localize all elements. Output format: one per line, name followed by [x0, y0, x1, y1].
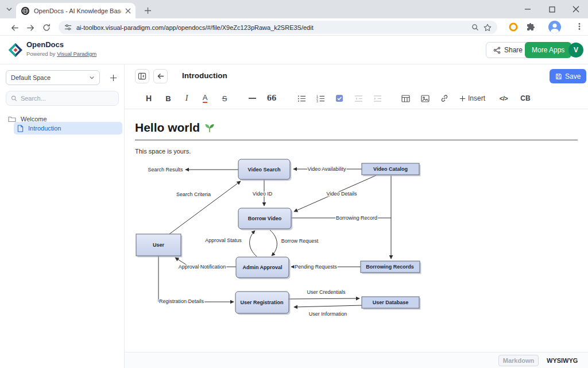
markdown-mode-button[interactable]: Markdown — [498, 355, 539, 366]
close-window-button[interactable] — [564, 0, 588, 18]
extension-orange-icon[interactable] — [509, 22, 518, 32]
horizontal-rule-button[interactable] — [245, 91, 259, 105]
plus-icon — [144, 7, 152, 14]
space-selector-value: Default Space — [11, 74, 51, 81]
browser-menu-button[interactable] — [575, 22, 583, 30]
forward-button[interactable] — [24, 21, 37, 34]
horizontal-rule-icon — [249, 98, 256, 99]
page-title: Introduction — [182, 71, 227, 80]
editor-pane: Introduction Save H B I A S 66 123 — [125, 64, 588, 368]
reload-button[interactable] — [40, 21, 53, 34]
numbered-list-button[interactable]: 123 — [314, 91, 327, 105]
url-text[interactable]: ai-toolbox.visual-paradigm.com/app/opend… — [76, 24, 467, 31]
node-label: User Registration — [240, 300, 283, 305]
edge-label: Video Details — [327, 191, 357, 197]
outdent-button[interactable] — [351, 91, 365, 105]
heading-button[interactable]: H — [142, 91, 156, 105]
browser-window: OpenDocs - AI Knowledge Base — [0, 0, 588, 368]
browser-profile-avatar[interactable] — [548, 20, 562, 34]
save-icon — [555, 73, 562, 80]
image-button[interactable] — [418, 91, 432, 105]
image-icon — [421, 95, 430, 102]
strikethrough-button[interactable]: S — [218, 91, 231, 105]
table-button[interactable] — [399, 91, 412, 105]
document-content[interactable]: Hello world This space is yours. — [125, 109, 588, 352]
editor-statusbar: Markdown WYSIWYG — [125, 352, 588, 368]
user-avatar[interactable]: V — [568, 43, 583, 57]
bullet-list-button[interactable] — [295, 91, 308, 105]
node-label: Admin Approval — [242, 264, 282, 270]
task-list-button[interactable] — [332, 91, 346, 105]
new-tab-button[interactable] — [141, 4, 154, 17]
node-user: User — [136, 234, 183, 258]
inline-code-button[interactable]: </> — [497, 91, 510, 105]
sidebar-item-introduction[interactable]: Introduction — [14, 122, 122, 135]
window-controls — [516, 0, 588, 18]
minimize-icon — [524, 6, 531, 13]
edge-label: Approval Notification — [179, 264, 226, 270]
sidebar-search[interactable] — [6, 91, 119, 106]
edge-user-credentials — [289, 298, 359, 299]
heading-divider — [135, 140, 578, 140]
edge-label: Borrowing Record — [336, 215, 377, 221]
save-button[interactable]: Save — [550, 69, 586, 83]
space-selector[interactable]: Default Space — [6, 70, 100, 85]
tab-strip: OpenDocs - AI Knowledge Base — [0, 0, 588, 18]
link-icon — [440, 94, 448, 102]
arrow-left-icon — [156, 72, 165, 80]
edge-label: Borrow Request — [281, 238, 319, 244]
browser-tab[interactable]: OpenDocs - AI Knowledge Base — [16, 3, 136, 18]
search-icon — [11, 95, 17, 102]
link-button[interactable] — [438, 91, 451, 105]
save-label: Save — [565, 72, 581, 80]
tab-search-button[interactable] — [3, 3, 15, 15]
close-icon — [125, 8, 131, 14]
edge-label: User Credentials — [307, 289, 346, 295]
edge-label: Pending Requests — [295, 264, 337, 270]
node-admin-approval: Admin Approval — [236, 257, 291, 279]
back-button[interactable] — [8, 21, 21, 34]
bold-button[interactable]: B — [161, 91, 175, 105]
more-apps-button[interactable]: More Apps — [525, 42, 571, 58]
doc-back-button[interactable] — [153, 69, 168, 83]
tab-favicon-globe-icon — [21, 6, 30, 16]
table-icon — [401, 95, 410, 102]
collapse-sidebar-button[interactable] — [135, 69, 149, 83]
maximize-button[interactable] — [540, 0, 564, 18]
font-color-button[interactable]: A — [198, 91, 212, 105]
tab-title: OpenDocs - AI Knowledge Base — [34, 7, 121, 14]
embedded-diagram[interactable]: Video Search Video Catalog Borrow Video — [135, 158, 578, 325]
bookmark-star-icon[interactable] — [483, 24, 492, 32]
node-label: User — [153, 242, 165, 248]
extensions-puzzle-icon[interactable] — [526, 22, 535, 32]
address-bar[interactable]: ai-toolbox.visual-paradigm.com/app/opend… — [59, 21, 497, 34]
minimize-button[interactable] — [516, 0, 540, 18]
insert-button[interactable]: Insert — [459, 91, 485, 105]
insert-label: Insert — [468, 94, 485, 102]
visual-paradigm-link[interactable]: Visual Paradigm — [57, 51, 96, 57]
app-title: OpenDocs — [26, 40, 64, 49]
document-icon — [17, 125, 24, 132]
zoom-icon[interactable] — [471, 24, 479, 31]
wysiwyg-mode-button[interactable]: WYSIWYG — [543, 355, 581, 366]
more-apps-label: More Apps — [532, 46, 564, 54]
node-user-database: User Database — [362, 297, 421, 310]
app-header: OpenDocs Powered byVisual Paradigm Share… — [0, 36, 588, 64]
node-label: Borrow Video — [248, 216, 282, 221]
edge-label: User Information — [309, 311, 347, 317]
font-color-label: A — [203, 94, 208, 103]
edge-label: Registration Details — [159, 298, 204, 304]
blockquote-button[interactable]: 66 — [265, 91, 278, 105]
node-video-search: Video Search — [238, 159, 292, 181]
node-user-registration: User Registration — [235, 292, 291, 315]
share-button[interactable]: Share — [486, 42, 530, 58]
search-input[interactable] — [21, 95, 114, 102]
italic-button[interactable]: I — [180, 91, 194, 105]
indent-button[interactable] — [370, 91, 384, 105]
site-settings-icon[interactable] — [64, 24, 72, 31]
document-paragraph: This space is yours. — [135, 148, 578, 155]
add-page-button[interactable] — [106, 70, 121, 85]
tab-close-button[interactable] — [125, 8, 131, 14]
code-block-button[interactable]: CB — [519, 91, 532, 105]
edge-borrow-request — [270, 230, 277, 256]
